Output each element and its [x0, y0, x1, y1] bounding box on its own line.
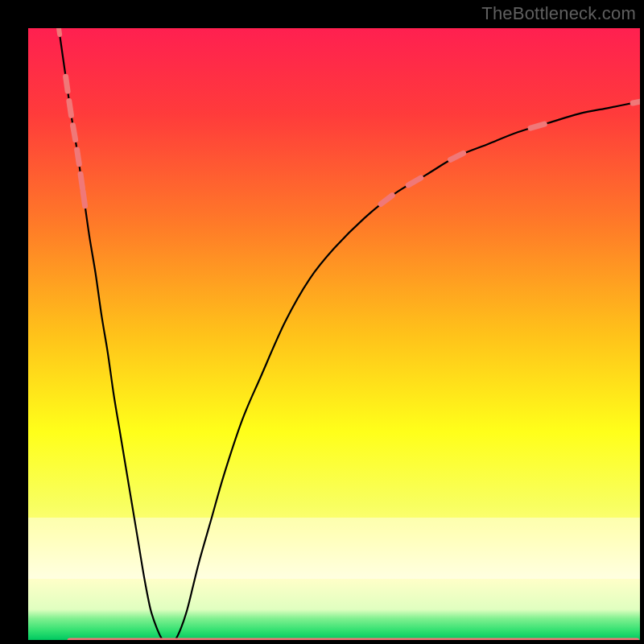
curve-tick [69, 101, 72, 116]
plot-area [28, 28, 640, 640]
curve-tick [77, 150, 80, 164]
curve-tick [633, 100, 640, 103]
watermark-text: TheBottleneck.com [481, 3, 636, 24]
curve-tick [73, 126, 76, 140]
curve-start-cap [59, 28, 60, 35]
curve-tick [530, 124, 544, 128]
bottleneck-curve-chart [28, 28, 640, 640]
chart-frame: TheBottleneck.com [0, 0, 644, 644]
curve-tick [66, 76, 68, 91]
curve-tick [80, 174, 82, 188]
curve-tick [83, 192, 85, 206]
highlight-band [28, 518, 640, 579]
